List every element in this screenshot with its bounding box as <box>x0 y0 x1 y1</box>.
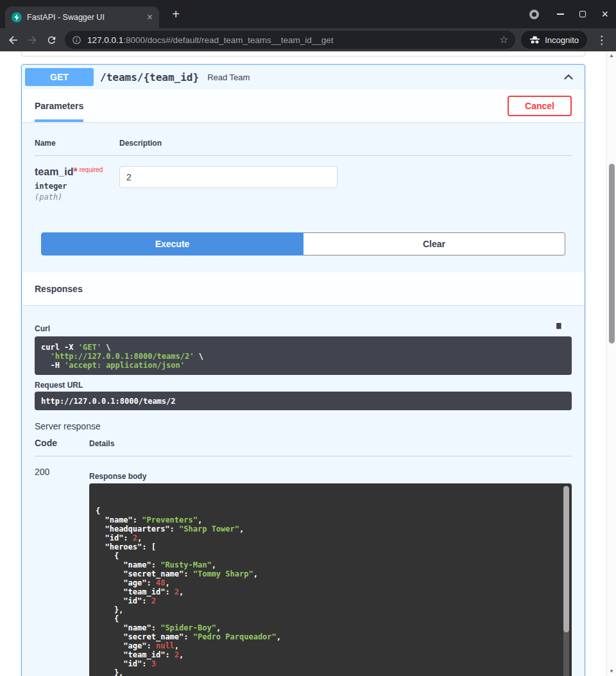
copy-to-clipboard-icon[interactable] <box>553 318 566 331</box>
operation-summary: Read Team <box>207 73 250 82</box>
parameter-meta: team_id*required integer (path) <box>35 166 119 202</box>
browser-titlebar: FastAPI - Swagger UI × + × <box>0 0 616 28</box>
required-label: required <box>80 166 103 173</box>
cancel-button[interactable]: Cancel <box>508 96 572 116</box>
responses-title: Responses <box>35 284 83 294</box>
request-url-block: http://127.0.0.1:8000/teams/2 <box>35 392 572 410</box>
clear-button[interactable]: Clear <box>304 232 565 256</box>
parameters-body: Name Description team_id*required intege… <box>22 122 585 256</box>
scroll-down-icon[interactable]: ▼ <box>607 669 616 674</box>
parameter-name-text: team_id <box>35 166 73 177</box>
required-star: * <box>73 166 77 177</box>
tab-title: FastAPI - Swagger UI <box>27 13 142 22</box>
curl-label: Curl <box>35 324 572 333</box>
curl-command-block: curl -X 'GET' \ 'http://127.0.0.1:8000/t… <box>35 336 572 375</box>
col-name: Name <box>35 139 119 148</box>
status-circle-icon[interactable] <box>529 10 539 19</box>
reload-icon[interactable] <box>42 31 60 49</box>
response-details-cell: Response body { "name": "Preventers", "h… <box>89 467 572 676</box>
back-icon[interactable] <box>4 31 22 49</box>
responses-section-header: Responses <box>22 272 585 305</box>
method-badge: GET <box>25 68 94 86</box>
response-body-label: Response body <box>89 472 572 481</box>
col-details: Details <box>89 439 572 448</box>
response-body-code: { "name": "Preventers", "headquarters": … <box>96 507 565 676</box>
incognito-badge: Incognito <box>521 31 587 49</box>
parameter-location: (path) <box>35 193 119 202</box>
team-id-input[interactable] <box>119 166 338 188</box>
opblock-get-teams: GET /teams/{team_id} Read Team Parameter… <box>21 64 585 676</box>
url-path: :8000/docs#/default/read_team_teams__tea… <box>123 35 333 45</box>
fastapi-favicon-icon <box>12 12 22 22</box>
previous-block-edge <box>21 51 585 56</box>
browser-window: FastAPI - Swagger UI × + × 127.0.0.1:800… <box>0 0 616 676</box>
incognito-label: Incognito <box>545 35 579 45</box>
minimize-button[interactable] <box>557 13 564 15</box>
browser-toolbar: 127.0.0.1:8000/docs#/default/read_team_t… <box>0 28 616 51</box>
parameters-section-header: Parameters Cancel <box>22 89 585 122</box>
page-scrollbar-thumb[interactable] <box>609 164 615 343</box>
execute-button[interactable]: Execute <box>41 232 304 256</box>
tab-close-icon[interactable]: × <box>147 12 153 22</box>
execute-row: Execute Clear <box>41 232 565 256</box>
url-host: 127.0.0.1 <box>87 35 123 45</box>
bookmark-star-icon[interactable]: ☆ <box>499 35 508 45</box>
parameter-row: team_id*required integer (path) <box>35 156 572 202</box>
browser-tab[interactable]: FastAPI - Swagger UI × <box>5 6 159 28</box>
parameter-name: team_id*required <box>35 166 119 178</box>
parameter-value-cell <box>119 166 572 202</box>
parameter-type: integer <box>35 182 119 191</box>
response-table-header: Code Details <box>35 438 572 456</box>
responses-body: Curl curl -X 'GET' \ 'http://127.0.0.1:8… <box>22 305 585 676</box>
operation-path: /teams/{team_id} <box>100 71 199 83</box>
close-button[interactable]: × <box>601 8 608 20</box>
menu-dots-icon[interactable]: ⋮ <box>591 33 612 47</box>
page-scrollbar[interactable]: ▲ ▼ <box>606 51 616 676</box>
opblock-summary[interactable]: GET /teams/{team_id} Read Team <box>22 65 585 89</box>
server-response-label: Server response <box>35 421 572 431</box>
page-content: GET /teams/{team_id} Read Team Parameter… <box>0 51 616 676</box>
incognito-icon <box>529 35 540 45</box>
forward-icon[interactable] <box>23 31 41 49</box>
response-scrollbar[interactable] <box>563 486 569 676</box>
collapse-chevron-icon[interactable] <box>556 69 581 85</box>
col-code: Code <box>35 438 89 448</box>
response-scrollbar-thumb[interactable] <box>563 486 569 632</box>
status-code: 200 <box>35 467 89 676</box>
response-body-block: { "name": "Preventers", "headquarters": … <box>89 483 572 676</box>
new-tab-button[interactable]: + <box>167 7 185 22</box>
window-controls: × <box>529 0 608 28</box>
url-text: 127.0.0.1:8000/docs#/default/read_team_t… <box>87 35 493 45</box>
parameters-tab-label: Parameters <box>35 101 83 111</box>
parameters-table-header: Name Description <box>35 122 572 156</box>
col-description: Description <box>119 139 572 148</box>
tab-parameters[interactable]: Parameters <box>35 89 83 122</box>
request-url-label: Request URL <box>35 381 572 390</box>
maximize-button[interactable] <box>579 11 586 17</box>
url-bar[interactable]: 127.0.0.1:8000/docs#/default/read_team_t… <box>65 31 515 49</box>
scroll-up-icon[interactable]: ▲ <box>607 53 616 58</box>
response-row: 200 Response body { "name": "Preventers"… <box>35 456 572 676</box>
info-icon[interactable] <box>72 35 81 45</box>
